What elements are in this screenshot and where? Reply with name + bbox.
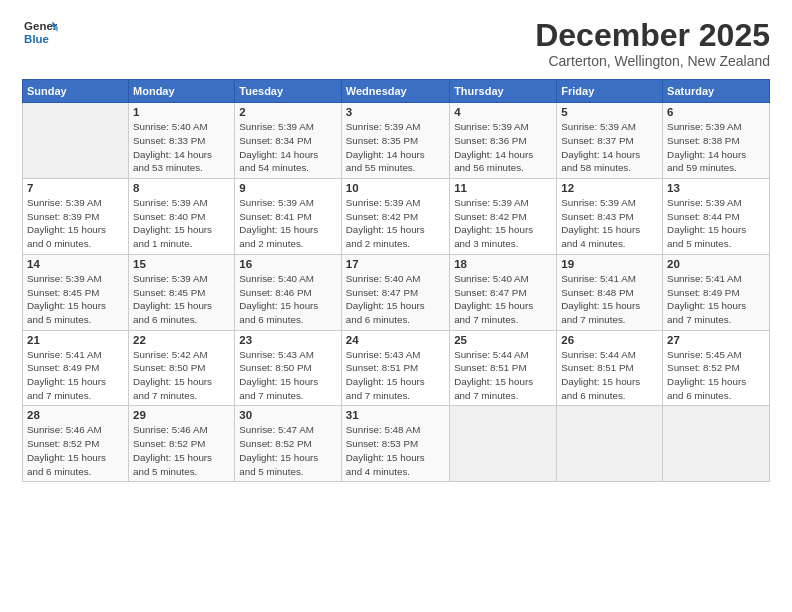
day-info: Sunrise: 5:39 AM Sunset: 8:37 PM Dayligh…: [561, 120, 658, 175]
day-number: 10: [346, 182, 445, 194]
calendar-cell: 12Sunrise: 5:39 AM Sunset: 8:43 PM Dayli…: [557, 179, 663, 255]
weekday-monday: Monday: [129, 80, 235, 103]
day-number: 31: [346, 409, 445, 421]
day-info: Sunrise: 5:40 AM Sunset: 8:47 PM Dayligh…: [346, 272, 445, 327]
day-number: 11: [454, 182, 552, 194]
calendar-header: SundayMondayTuesdayWednesdayThursdayFrid…: [23, 80, 770, 103]
day-info: Sunrise: 5:39 AM Sunset: 8:36 PM Dayligh…: [454, 120, 552, 175]
day-info: Sunrise: 5:40 AM Sunset: 8:47 PM Dayligh…: [454, 272, 552, 327]
calendar-cell: 29Sunrise: 5:46 AM Sunset: 8:52 PM Dayli…: [129, 406, 235, 482]
calendar-cell: 2Sunrise: 5:39 AM Sunset: 8:34 PM Daylig…: [235, 103, 341, 179]
day-number: 23: [239, 334, 336, 346]
day-info: Sunrise: 5:43 AM Sunset: 8:50 PM Dayligh…: [239, 348, 336, 403]
weekday-friday: Friday: [557, 80, 663, 103]
day-number: 21: [27, 334, 124, 346]
page-title: December 2025: [535, 18, 770, 53]
day-info: Sunrise: 5:39 AM Sunset: 8:45 PM Dayligh…: [133, 272, 230, 327]
calendar-cell: 26Sunrise: 5:44 AM Sunset: 8:51 PM Dayli…: [557, 330, 663, 406]
calendar-week-4: 21Sunrise: 5:41 AM Sunset: 8:49 PM Dayli…: [23, 330, 770, 406]
day-info: Sunrise: 5:39 AM Sunset: 8:39 PM Dayligh…: [27, 196, 124, 251]
day-number: 2: [239, 106, 336, 118]
weekday-wednesday: Wednesday: [341, 80, 449, 103]
calendar-cell: 20Sunrise: 5:41 AM Sunset: 8:49 PM Dayli…: [663, 254, 770, 330]
day-info: Sunrise: 5:41 AM Sunset: 8:49 PM Dayligh…: [667, 272, 765, 327]
calendar-cell: 19Sunrise: 5:41 AM Sunset: 8:48 PM Dayli…: [557, 254, 663, 330]
day-number: 18: [454, 258, 552, 270]
day-number: 15: [133, 258, 230, 270]
day-info: Sunrise: 5:40 AM Sunset: 8:33 PM Dayligh…: [133, 120, 230, 175]
calendar-cell: 6Sunrise: 5:39 AM Sunset: 8:38 PM Daylig…: [663, 103, 770, 179]
calendar-cell: 5Sunrise: 5:39 AM Sunset: 8:37 PM Daylig…: [557, 103, 663, 179]
calendar-cell: 31Sunrise: 5:48 AM Sunset: 8:53 PM Dayli…: [341, 406, 449, 482]
day-info: Sunrise: 5:39 AM Sunset: 8:42 PM Dayligh…: [346, 196, 445, 251]
calendar-cell: 17Sunrise: 5:40 AM Sunset: 8:47 PM Dayli…: [341, 254, 449, 330]
day-number: 7: [27, 182, 124, 194]
weekday-header-row: SundayMondayTuesdayWednesdayThursdayFrid…: [23, 80, 770, 103]
calendar-cell: 16Sunrise: 5:40 AM Sunset: 8:46 PM Dayli…: [235, 254, 341, 330]
weekday-thursday: Thursday: [450, 80, 557, 103]
day-info: Sunrise: 5:39 AM Sunset: 8:44 PM Dayligh…: [667, 196, 765, 251]
day-info: Sunrise: 5:39 AM Sunset: 8:45 PM Dayligh…: [27, 272, 124, 327]
logo-icon: General Blue: [22, 18, 58, 48]
day-info: Sunrise: 5:46 AM Sunset: 8:52 PM Dayligh…: [27, 423, 124, 478]
calendar-body: 1Sunrise: 5:40 AM Sunset: 8:33 PM Daylig…: [23, 103, 770, 482]
calendar-cell: 11Sunrise: 5:39 AM Sunset: 8:42 PM Dayli…: [450, 179, 557, 255]
calendar-cell: 18Sunrise: 5:40 AM Sunset: 8:47 PM Dayli…: [450, 254, 557, 330]
day-info: Sunrise: 5:40 AM Sunset: 8:46 PM Dayligh…: [239, 272, 336, 327]
calendar-cell: 14Sunrise: 5:39 AM Sunset: 8:45 PM Dayli…: [23, 254, 129, 330]
day-number: 19: [561, 258, 658, 270]
day-number: 29: [133, 409, 230, 421]
day-number: 27: [667, 334, 765, 346]
calendar-cell: 30Sunrise: 5:47 AM Sunset: 8:52 PM Dayli…: [235, 406, 341, 482]
calendar-cell: 27Sunrise: 5:45 AM Sunset: 8:52 PM Dayli…: [663, 330, 770, 406]
calendar-cell: [557, 406, 663, 482]
day-number: 28: [27, 409, 124, 421]
calendar-cell: 1Sunrise: 5:40 AM Sunset: 8:33 PM Daylig…: [129, 103, 235, 179]
calendar-cell: 10Sunrise: 5:39 AM Sunset: 8:42 PM Dayli…: [341, 179, 449, 255]
day-info: Sunrise: 5:41 AM Sunset: 8:48 PM Dayligh…: [561, 272, 658, 327]
day-info: Sunrise: 5:44 AM Sunset: 8:51 PM Dayligh…: [454, 348, 552, 403]
day-info: Sunrise: 5:42 AM Sunset: 8:50 PM Dayligh…: [133, 348, 230, 403]
calendar-week-1: 1Sunrise: 5:40 AM Sunset: 8:33 PM Daylig…: [23, 103, 770, 179]
day-number: 14: [27, 258, 124, 270]
day-number: 4: [454, 106, 552, 118]
calendar-cell: 4Sunrise: 5:39 AM Sunset: 8:36 PM Daylig…: [450, 103, 557, 179]
day-number: 3: [346, 106, 445, 118]
calendar-table: SundayMondayTuesdayWednesdayThursdayFrid…: [22, 79, 770, 482]
calendar-week-3: 14Sunrise: 5:39 AM Sunset: 8:45 PM Dayli…: [23, 254, 770, 330]
calendar-cell: 25Sunrise: 5:44 AM Sunset: 8:51 PM Dayli…: [450, 330, 557, 406]
calendar-cell: 13Sunrise: 5:39 AM Sunset: 8:44 PM Dayli…: [663, 179, 770, 255]
svg-text:Blue: Blue: [24, 33, 49, 45]
calendar-cell: 28Sunrise: 5:46 AM Sunset: 8:52 PM Dayli…: [23, 406, 129, 482]
calendar-cell: 9Sunrise: 5:39 AM Sunset: 8:41 PM Daylig…: [235, 179, 341, 255]
day-info: Sunrise: 5:47 AM Sunset: 8:52 PM Dayligh…: [239, 423, 336, 478]
title-block: December 2025 Carterton, Wellington, New…: [535, 18, 770, 69]
day-number: 5: [561, 106, 658, 118]
day-info: Sunrise: 5:39 AM Sunset: 8:42 PM Dayligh…: [454, 196, 552, 251]
day-number: 16: [239, 258, 336, 270]
day-number: 24: [346, 334, 445, 346]
weekday-sunday: Sunday: [23, 80, 129, 103]
calendar-cell: 3Sunrise: 5:39 AM Sunset: 8:35 PM Daylig…: [341, 103, 449, 179]
calendar-cell: [450, 406, 557, 482]
day-number: 17: [346, 258, 445, 270]
day-number: 9: [239, 182, 336, 194]
calendar-cell: 15Sunrise: 5:39 AM Sunset: 8:45 PM Dayli…: [129, 254, 235, 330]
day-info: Sunrise: 5:39 AM Sunset: 8:34 PM Dayligh…: [239, 120, 336, 175]
day-number: 1: [133, 106, 230, 118]
day-info: Sunrise: 5:39 AM Sunset: 8:40 PM Dayligh…: [133, 196, 230, 251]
calendar-cell: 23Sunrise: 5:43 AM Sunset: 8:50 PM Dayli…: [235, 330, 341, 406]
calendar-week-2: 7Sunrise: 5:39 AM Sunset: 8:39 PM Daylig…: [23, 179, 770, 255]
day-info: Sunrise: 5:43 AM Sunset: 8:51 PM Dayligh…: [346, 348, 445, 403]
day-number: 6: [667, 106, 765, 118]
calendar-week-5: 28Sunrise: 5:46 AM Sunset: 8:52 PM Dayli…: [23, 406, 770, 482]
day-number: 20: [667, 258, 765, 270]
day-info: Sunrise: 5:39 AM Sunset: 8:43 PM Dayligh…: [561, 196, 658, 251]
calendar-cell: [663, 406, 770, 482]
day-number: 22: [133, 334, 230, 346]
weekday-tuesday: Tuesday: [235, 80, 341, 103]
day-number: 12: [561, 182, 658, 194]
day-info: Sunrise: 5:48 AM Sunset: 8:53 PM Dayligh…: [346, 423, 445, 478]
day-info: Sunrise: 5:46 AM Sunset: 8:52 PM Dayligh…: [133, 423, 230, 478]
day-info: Sunrise: 5:39 AM Sunset: 8:41 PM Dayligh…: [239, 196, 336, 251]
